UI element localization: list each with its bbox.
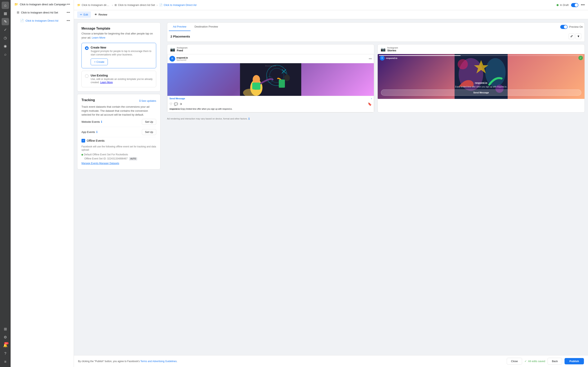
stories-overlay-content: respond.io Enjoy limited time offer when… xyxy=(381,82,581,96)
stories-placement-label: 📷 Instagram Stories xyxy=(378,44,585,54)
ad-breadcrumb-icon: 📄 xyxy=(159,3,163,7)
instagram-stories-card: 📷 Instagram Stories xyxy=(378,44,585,113)
help-icon[interactable]: ? xyxy=(2,350,9,357)
website-events-info[interactable]: ℹ xyxy=(101,120,102,123)
review-button[interactable]: 👁 Review xyxy=(92,11,110,18)
message-template-learn-more[interactable]: Learn More xyxy=(92,36,105,39)
offline-events-checkbox[interactable]: ✓ xyxy=(81,139,85,142)
edit-pencil-icon: ✏ xyxy=(80,13,82,16)
create-button[interactable]: + Create xyxy=(91,58,108,65)
use-existing-radio[interactable] xyxy=(85,74,89,78)
ig-caption: respond.io Enjoy limited time offer when… xyxy=(167,107,374,112)
template-options: Create New Suggest prompts for people to… xyxy=(81,43,156,87)
saved-label: All edits saved xyxy=(528,360,545,363)
campaign-more-icon[interactable]: ••• xyxy=(67,2,70,6)
draft-dot xyxy=(557,4,559,6)
instagram-feed-icon: 📷 xyxy=(170,47,175,52)
ad-preview-tab[interactable]: Ad Preview xyxy=(169,23,190,31)
notification-icon[interactable]: 🔔 99+ xyxy=(2,342,9,349)
expand-icon[interactable]: ⤢ xyxy=(569,33,574,39)
feed-type-label: Feed xyxy=(177,49,188,52)
website-events-label: Website Events ℹ xyxy=(81,120,102,123)
edit-review-bar: ✏ Edit 👁 Review xyxy=(74,10,588,19)
back-button[interactable]: Back xyxy=(548,358,562,365)
breadcrumb-ads[interactable]: 📁 Click to Instagram direct ads ... xyxy=(77,3,110,7)
use-existing-desc: Use, edit or duplicate an existing templ… xyxy=(91,77,153,84)
feed-placement-label: 📷 Instagram Feed xyxy=(167,44,374,54)
placement-controls: ⤢ ▾ xyxy=(569,33,581,39)
footer-right: Close ✓ All edits saved Back Publish xyxy=(507,358,584,365)
nav-item-adset[interactable]: ⊞ Click to Instagram direct Ad Set ••• xyxy=(12,8,72,16)
search-icon[interactable]: ⌕ xyxy=(2,50,9,58)
grid-icon[interactable]: ⊞ xyxy=(2,325,9,333)
breadcrumb-ad[interactable]: 📄 Click to Instagram Direct Ad xyxy=(159,3,196,7)
ig-feed-more-icon[interactable]: ••• xyxy=(369,57,372,60)
collapse-icon[interactable]: ▾ xyxy=(576,33,581,39)
breadcrumb-sep-1: › xyxy=(112,3,113,7)
check-icon[interactable]: ✓ xyxy=(2,26,9,33)
adset-breadcrumb-icon: ⊞ xyxy=(114,3,117,7)
clock-icon[interactable]: ◷ xyxy=(2,34,9,42)
use-existing-learn-more[interactable]: Learn More xyxy=(100,81,113,84)
more-options-icon[interactable]: ••• xyxy=(581,3,585,7)
publish-button[interactable]: Publish xyxy=(564,358,584,364)
placements-count: 2 Placements xyxy=(171,35,190,38)
nav-item-ad[interactable]: 📄 Click to Instagram Direct Ad ••• xyxy=(12,17,72,25)
all-edits-saved: ✓ All edits saved xyxy=(525,360,545,363)
destination-preview-tab[interactable]: Destination Preview xyxy=(190,23,222,31)
offline-events-row: ✓ Offline Events xyxy=(81,137,156,144)
app-events-row: App Events ℹ Set Up xyxy=(81,127,156,137)
draft-toggle[interactable] xyxy=(571,3,579,7)
feed-platform-label: Instagram xyxy=(177,47,188,49)
create-new-radio[interactable] xyxy=(85,46,89,50)
manage-events-link[interactable]: Manage Events Manager Datasets xyxy=(81,162,119,165)
ig-stories-user: R respond.io xyxy=(380,56,397,60)
terms-link[interactable]: Terms and Advertising Guidelines xyxy=(140,360,177,363)
icon-sidebar: ⌂ ▦ ✎ ✓ ◷ ◉ ⌕ ⊞ ⚙ 🔔 99+ ? ≡ xyxy=(0,0,11,367)
preview-footer-text: Ad rendering and interaction may vary ba… xyxy=(167,117,248,120)
nav-item-campaign[interactable]: 📁 Click to Instagram direct ads Campaign… xyxy=(12,0,72,8)
ig-comment-icon[interactable]: 💬 xyxy=(174,102,178,106)
ig-share-icon[interactable]: ✈ xyxy=(180,102,182,106)
settings-icon[interactable]: ⚙ xyxy=(2,334,9,341)
stories-platform-label: Instagram xyxy=(387,47,398,49)
ig-account-name: respond.io xyxy=(169,108,180,110)
ig-save-icon[interactable]: 🔖 xyxy=(368,102,372,106)
ig-heart-icon[interactable]: ♡ xyxy=(169,102,172,106)
adset-breadcrumb-label: Click to Instagram direct Ad Set xyxy=(118,3,155,7)
edit-icon[interactable]: ✎ xyxy=(2,18,9,25)
preview-on-label: Preview On xyxy=(569,25,583,28)
use-existing-option[interactable]: Use Existing Use, edit or duplicate an e… xyxy=(81,71,156,87)
edit-button[interactable]: ✏ Edit xyxy=(77,11,91,18)
preview-footer-info[interactable]: ℹ xyxy=(249,117,250,120)
ads-breadcrumb-icon: 📁 xyxy=(77,3,80,7)
close-button[interactable]: Close xyxy=(507,358,522,365)
see-updates-link[interactable]: ℹ See updates xyxy=(139,99,156,102)
ad-more-icon[interactable]: ••• xyxy=(67,19,70,22)
website-events-row: Website Events ℹ Set Up xyxy=(81,117,156,127)
ig-feed-avatar: R xyxy=(169,56,175,62)
ads-breadcrumb-label: Click to Instagram direct ads ... xyxy=(82,3,110,7)
adset-icon: ⊞ xyxy=(17,11,19,14)
table-icon[interactable]: ≡ xyxy=(2,358,9,365)
website-events-setup-button[interactable]: Set Up xyxy=(142,119,156,125)
app-events-info[interactable]: ℹ xyxy=(96,130,97,133)
breadcrumb-adset[interactable]: ⊞ Click to Instagram direct Ad Set xyxy=(114,3,155,7)
preview-on-switch[interactable] xyxy=(560,25,568,29)
saved-checkmark-icon: ✓ xyxy=(525,360,527,363)
adset-more-icon[interactable]: ••• xyxy=(67,11,70,14)
chart-icon[interactable]: ▦ xyxy=(2,10,9,17)
create-new-option[interactable]: Create New Suggest prompts for people to… xyxy=(81,43,156,68)
home-icon[interactable]: ⌂ xyxy=(2,2,9,9)
ig-send-msg-bar[interactable]: Send Message › xyxy=(167,96,374,101)
ig-send-msg-label: Send Message xyxy=(169,97,185,100)
stories-send-msg-button[interactable]: Send Message xyxy=(381,90,581,96)
person-icon[interactable]: ◉ xyxy=(2,42,9,50)
preview-panel: Ad Preview Destination Preview Preview O… xyxy=(164,19,588,355)
placements-grid: 📷 Instagram Feed R respond.io xyxy=(167,44,585,113)
app-events-setup-button[interactable]: Set Up xyxy=(142,129,156,135)
ig-caption-text: Enjoy limited time offer when you sign u… xyxy=(181,108,232,110)
see-updates-label[interactable]: See updates xyxy=(141,99,156,102)
svg-point-7 xyxy=(284,75,290,81)
ig-stories-name: respond.io xyxy=(386,57,397,59)
